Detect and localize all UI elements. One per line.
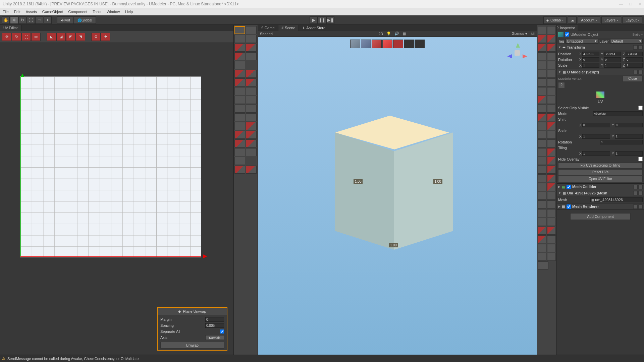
tool-icon[interactable] <box>538 227 546 235</box>
move-tool-icon[interactable]: ✥ <box>10 16 18 24</box>
close-icon[interactable]: ✕ <box>638 2 641 6</box>
tool-icon[interactable] <box>246 139 257 147</box>
component-enabled-checkbox[interactable] <box>567 185 571 189</box>
spacing-field[interactable] <box>205 323 224 328</box>
tool-icon[interactable] <box>538 70 546 78</box>
tool-icon[interactable] <box>538 52 546 60</box>
uv-canvas[interactable]: ▲ ▶ ◆ Plane Unwrap Margin Spacing Separa… <box>0 43 233 355</box>
tool-icon[interactable] <box>246 122 257 130</box>
tool-icon[interactable] <box>234 35 245 43</box>
menu-tools[interactable]: Tools <box>93 10 101 14</box>
tool-icon[interactable] <box>547 70 556 78</box>
tool-icon[interactable] <box>538 253 546 261</box>
tool-icon[interactable] <box>246 105 257 113</box>
object-name[interactable]: UModeler Object <box>571 33 631 37</box>
tool-icon[interactable] <box>538 131 546 139</box>
tool-icon[interactable] <box>547 61 556 69</box>
layout-dropdown[interactable]: Layout <box>623 16 642 24</box>
scene-mode-icon[interactable] <box>393 40 403 48</box>
tool-icon[interactable] <box>538 44 546 52</box>
tool-icon[interactable] <box>538 244 546 252</box>
light-icon[interactable]: 💡 <box>386 32 391 36</box>
tool-icon[interactable] <box>234 44 245 52</box>
hand-tool-icon[interactable]: ✋ <box>2 16 10 24</box>
uv-tri3-icon[interactable]: ◤ <box>66 33 75 41</box>
tool-icon[interactable] <box>234 78 245 86</box>
tool-icon[interactable] <box>547 96 556 104</box>
tool-icon[interactable] <box>538 157 546 165</box>
scene-canvas[interactable]: 1.00 1.00 1.00 <box>258 37 537 355</box>
tool-icon[interactable] <box>246 131 257 139</box>
tool-icon[interactable] <box>234 61 245 69</box>
scale-tool-icon[interactable]: ⛶ <box>27 16 35 24</box>
menu-assets[interactable]: Assets <box>26 10 37 14</box>
static-label[interactable]: Static <box>632 33 640 36</box>
tool-icon[interactable] <box>234 113 245 121</box>
tool-icon[interactable] <box>547 192 556 200</box>
layer-dropdown[interactable]: Default▾ <box>610 39 643 44</box>
tool-icon[interactable] <box>234 87 245 95</box>
tool-icon[interactable] <box>246 113 257 121</box>
rot-x-field[interactable]: 0 <box>582 57 599 62</box>
tool-icon[interactable] <box>547 157 556 165</box>
scene-mode-icon[interactable] <box>350 40 360 48</box>
tag-dropdown[interactable]: Untagged▾ <box>566 39 598 44</box>
scene-mode-icon[interactable] <box>361 40 371 48</box>
menu-component[interactable]: Component <box>68 10 87 14</box>
tool-icon[interactable] <box>547 166 556 174</box>
gear-icon[interactable] <box>638 70 643 74</box>
tool-icon[interactable] <box>538 61 546 69</box>
margin-field[interactable] <box>205 317 224 322</box>
2d-toggle[interactable]: 2D <box>378 32 383 36</box>
tool-icon[interactable] <box>246 35 257 43</box>
uv-tri1-icon[interactable]: ◣ <box>47 33 56 41</box>
tool-icon[interactable] <box>547 174 556 182</box>
active-checkbox[interactable] <box>565 32 569 37</box>
rotate-tool-icon[interactable]: ↻ <box>18 16 26 24</box>
reset-uvs-button[interactable]: Reset UVs <box>558 169 643 175</box>
tool-icon[interactable] <box>547 218 556 226</box>
pivot-button[interactable]: ▪ Pivot <box>57 16 74 24</box>
global-button[interactable]: 🌐 Global <box>74 16 96 24</box>
rot-y-field[interactable]: 0 <box>604 57 621 62</box>
tool-vertex-icon[interactable] <box>234 26 245 34</box>
uv-plus-icon[interactable]: ✚ <box>101 33 110 41</box>
tiling-x-field[interactable]: 1 <box>582 151 610 156</box>
uv-editor-tab[interactable]: UV Editor <box>0 25 21 31</box>
cloud-icon[interactable]: ☁ <box>568 16 577 24</box>
help-icon[interactable] <box>633 185 638 189</box>
tool-icon[interactable] <box>547 148 556 156</box>
tool-icon[interactable] <box>547 35 556 43</box>
tool-icon[interactable] <box>547 209 556 217</box>
uv-gear-icon[interactable]: ⚙ <box>91 33 101 41</box>
tool-icon[interactable] <box>547 26 556 34</box>
separate-all-checkbox[interactable] <box>220 329 224 334</box>
tool-icon[interactable] <box>538 105 546 113</box>
axis-value[interactable]: Normals <box>205 335 224 340</box>
tool-icon[interactable] <box>234 139 245 147</box>
pause-icon[interactable]: ❚❚ <box>318 16 326 24</box>
uv-scale-icon[interactable]: ⛶ <box>21 33 31 41</box>
tiling-y-field[interactable]: 1 <box>615 151 643 156</box>
tool-icon[interactable] <box>538 139 546 147</box>
tool-icon[interactable] <box>538 78 546 86</box>
gear-icon[interactable] <box>638 204 643 209</box>
scene-mode-icon[interactable] <box>404 40 414 48</box>
scene-mode-icon[interactable] <box>372 40 382 48</box>
tool-icon[interactable] <box>547 122 556 130</box>
tool-icon[interactable] <box>234 105 245 113</box>
tool-icon[interactable] <box>246 96 257 104</box>
tool-icon[interactable] <box>246 44 257 52</box>
tool-icon[interactable] <box>538 235 546 243</box>
tool-icon[interactable] <box>234 148 245 156</box>
tab-asset-store[interactable]: ⬇ Asset Store <box>299 25 329 31</box>
shift-x-field[interactable]: 0 <box>582 123 610 127</box>
select-only-visible-checkbox[interactable] <box>638 106 643 110</box>
scale-z-field[interactable]: 1 <box>626 63 643 68</box>
tool-icon[interactable] <box>538 148 546 156</box>
tool-icon[interactable] <box>538 166 546 174</box>
tool-icon[interactable] <box>538 87 546 95</box>
uv-tri4-icon[interactable]: ◥ <box>76 33 85 41</box>
help-icon[interactable] <box>633 204 638 209</box>
help-icon[interactable] <box>633 191 638 195</box>
